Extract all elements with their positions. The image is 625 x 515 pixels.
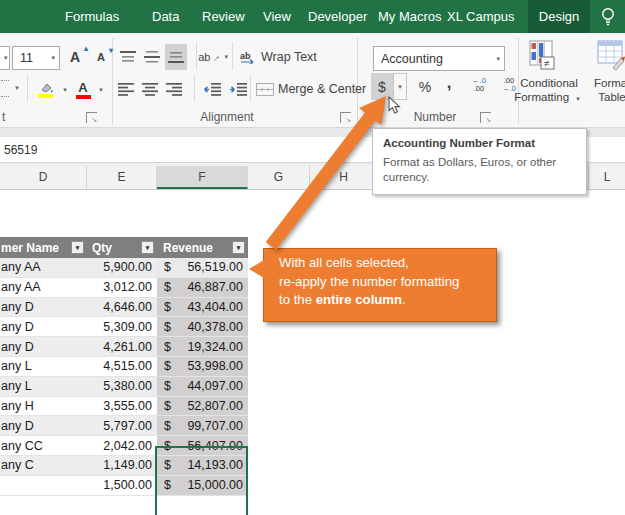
bottom-align-button[interactable] [165,44,187,70]
comma-style-button[interactable]: , [441,69,457,96]
top-align-button[interactable] [117,44,139,70]
cell-qty[interactable]: 1,500.00 [87,476,157,495]
cell-qty[interactable]: 5,380.00 [87,377,157,396]
cell-revenue[interactable]: $43,404.00 [157,298,248,317]
table-row[interactable]: any L5,380.00$44,097.00 [0,377,248,397]
table-header-customer-name[interactable]: mer Name ▾ [0,237,87,258]
middle-align-button[interactable] [141,44,163,70]
filter-dropdown-icon[interactable]: ▾ [71,241,84,254]
tab-view[interactable]: View [263,0,291,33]
cell-customer-name[interactable]: any L [0,377,87,396]
wrap-text-button[interactable]: ab Wrap Text [240,44,317,70]
orientation-button[interactable]: ab→▾ [200,44,230,70]
cell-customer-name[interactable]: any H [0,397,87,416]
column-header-h[interactable]: H [310,166,378,189]
worksheet-grid[interactable]: mer Name ▾ Qty ▾ Revenue ▾ any AA5,900.0… [0,190,625,515]
font-name-combo-partial[interactable]: ▾ [0,46,10,70]
number-dialog-launcher-icon[interactable] [480,112,491,123]
cell-revenue[interactable]: $15,000.00 [157,476,248,495]
conditional-formatting-button[interactable]: ≠ [528,39,558,73]
cell-qty[interactable]: 5,900.00 [87,258,157,277]
number-format-combo[interactable]: Accounting ▾ [373,46,505,71]
tab-design[interactable]: Design [528,0,590,33]
column-header-e[interactable]: E [87,166,157,189]
tab-data[interactable]: Data [152,0,179,33]
table-row[interactable]: any L4,515.00$53,998.00 [0,357,248,377]
tab-my-macros[interactable]: My Macros [378,0,442,33]
cell-qty[interactable]: 5,309.00 [87,317,157,336]
cell-customer-name[interactable]: any AA [0,258,87,277]
tab-review[interactable]: Review [202,0,245,33]
cell-revenue[interactable]: $40,378.00 [157,317,248,336]
align-center-button[interactable] [139,76,161,102]
filter-dropdown-icon[interactable]: ▾ [232,241,245,254]
cell-revenue[interactable]: $53,998.00 [157,357,248,376]
column-header-d[interactable]: D [0,166,87,189]
fill-color-button[interactable] [33,77,58,103]
cell-qty[interactable]: 4,515.00 [87,357,157,376]
cell-revenue[interactable]: $46,887.00 [157,278,248,297]
cell-customer-name[interactable]: any L [0,357,87,376]
cell-qty[interactable]: 5,797.00 [87,416,157,435]
cell-qty[interactable]: 3,555.00 [87,397,157,416]
tab-developer[interactable]: Developer [308,0,367,33]
table-row[interactable]: any CC2,042.00$56,407.00 [0,436,248,456]
cell-customer-name[interactable] [0,476,87,495]
cell-qty[interactable]: 3,012.00 [87,278,157,297]
increase-font-size-button[interactable]: A▴ [63,45,87,69]
table-row[interactable]: any H3,555.00$52,807.00 [0,397,248,417]
cell-revenue[interactable]: $52,807.00 [157,397,248,416]
increase-indent-button[interactable] [226,76,250,102]
alignment-dialog-launcher-icon[interactable] [340,112,351,123]
table-row[interactable]: any D5,797.00$99,707.00 [0,416,248,436]
align-left-button[interactable] [115,76,137,102]
tab-formulas[interactable]: Formulas [65,0,119,33]
table-header-qty[interactable]: Qty ▾ [87,237,157,258]
font-size-combo[interactable]: 11 ▾ [12,46,60,70]
table-header-revenue[interactable]: Revenue ▾ [157,237,248,258]
cell-customer-name[interactable]: any D [0,337,87,356]
table-row[interactable]: any AA5,900.00$56,519.00 [0,258,248,278]
tell-me-lightbulb-icon[interactable] [599,5,617,33]
cell-qty[interactable]: 4,646.00 [87,298,157,317]
cell-qty[interactable]: 2,042.00 [87,436,157,455]
cell-revenue[interactable]: $14,193.00 [157,456,248,475]
tab-xl-campus[interactable]: XL Campus [447,0,514,33]
percent-style-button[interactable]: % [413,73,437,100]
decrease-indent-button[interactable] [200,76,224,102]
cell-revenue[interactable]: $19,324.00 [157,337,248,356]
table-row[interactable]: any D5,309.00$40,378.00 [0,317,248,337]
table-row[interactable]: any C1,149.00$14,193.00 [0,456,248,476]
borders-button-partial[interactable] [1,80,9,97]
cell-revenue[interactable]: $44,097.00 [157,377,248,396]
decrease-font-size-button[interactable]: A▾ [89,45,113,69]
fill-color-dropdown[interactable]: ▾ [59,81,71,99]
column-header-l[interactable]: L [588,166,625,189]
cell-revenue[interactable]: $56,519.00 [157,258,248,277]
cell-customer-name[interactable]: any D [0,298,87,317]
cell-customer-name[interactable]: any C [0,456,87,475]
increase-decimal-button[interactable]: ←.0.00 [466,77,492,93]
column-header-f[interactable]: F [157,166,248,189]
cell-customer-name[interactable]: any D [0,317,87,336]
cell-customer-name[interactable]: any CC [0,436,87,455]
cell-revenue[interactable]: $99,707.00 [157,416,248,435]
format-as-table-button[interactable] [596,39,625,73]
font-color-button[interactable]: A [71,77,95,103]
column-header-g[interactable]: G [248,166,310,189]
align-right-button[interactable] [163,76,185,102]
accounting-format-dropdown[interactable]: ▾ [393,73,407,100]
cell-qty[interactable]: 4,261.00 [87,337,157,356]
table-row[interactable]: 1,500.00$15,000.00 [0,476,248,496]
borders-dropdown[interactable]: ▾ [11,80,23,96]
cell-revenue[interactable]: $56,407.00 [157,436,248,455]
cell-customer-name[interactable]: any D [0,416,87,435]
table-row[interactable]: any D4,261.00$19,324.00 [0,337,248,357]
accounting-number-format-button[interactable]: $ [371,73,393,100]
table-row[interactable]: any AA3,012.00$46,887.00 [0,278,248,298]
merge-center-button[interactable]: Merge & Center ▾ [256,76,384,102]
filter-dropdown-icon[interactable]: ▾ [141,241,154,254]
font-dialog-launcher-icon[interactable] [86,112,97,123]
cell-qty[interactable]: 1,149.00 [87,456,157,475]
cell-customer-name[interactable]: any AA [0,278,87,297]
